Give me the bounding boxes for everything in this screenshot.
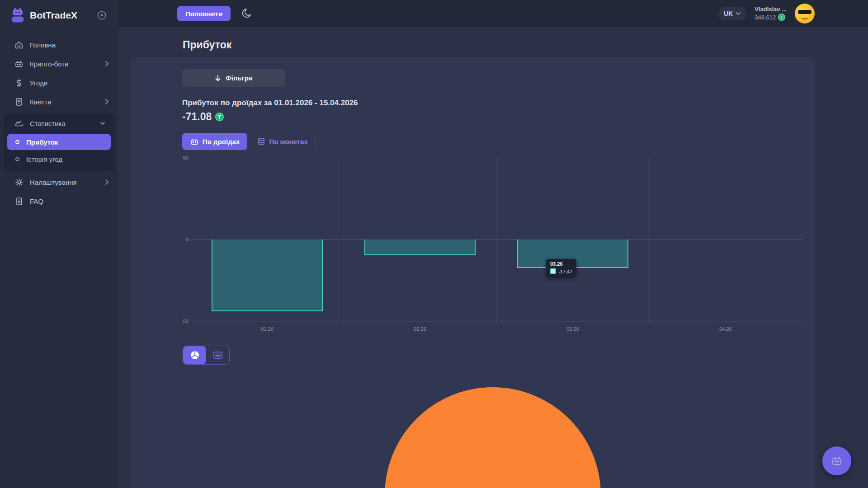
- view-toggle-pie-view[interactable]: [183, 346, 206, 364]
- sidebar-item-label: Квести: [30, 98, 105, 106]
- view-toggle: [183, 346, 230, 365]
- x-axis-label: 04.26: [698, 326, 753, 332]
- sidebar-item-label: Історія угод: [26, 155, 62, 163]
- balance-value: 348,612: [755, 14, 776, 21]
- axis-tick: [802, 321, 802, 324]
- main-content: Прибуток Фільтри Прибуток по дроїдах за …: [118, 27, 868, 488]
- language-selector[interactable]: UK: [718, 7, 746, 20]
- sidebar: BotTradeX ГоловнаКрипто-ботиУгодиКвестиС…: [0, 0, 118, 488]
- y-axis-label: 0: [167, 237, 189, 242]
- x-axis-label: 02.26: [393, 326, 447, 332]
- sidebar-item-label: Статистика: [30, 120, 100, 127]
- chevron-down-icon: [736, 12, 741, 15]
- logo[interactable]: BotTradeX: [0, 0, 118, 32]
- sidebar-item-label: Угоди: [30, 79, 109, 87]
- brand-name: BotTradeX: [30, 10, 95, 21]
- x-axis-label: 01.26: [240, 326, 294, 332]
- gridline-horizontal: [191, 321, 802, 322]
- file-icon: [14, 197, 24, 206]
- profit-card: Фільтри Прибуток по дроїдах за 01.01.202…: [131, 57, 815, 488]
- tooltip-value: -17,47: [558, 269, 572, 274]
- topup-button[interactable]: Поповнити: [177, 6, 231, 21]
- bullet-icon: [15, 140, 19, 144]
- sidebar-item-label: Крипто-боти: [30, 60, 105, 68]
- target-icon: [96, 10, 107, 21]
- chart-tooltip: 03.26-17,47: [546, 259, 576, 277]
- collapse-sidebar-button[interactable]: [95, 9, 108, 22]
- sidebar-item-label: FAQ: [30, 197, 109, 205]
- sidebar-item-statistics[interactable]: Статистика: [4, 114, 114, 133]
- sidebar-item-settings[interactable]: Налаштування: [0, 173, 118, 192]
- dollar-icon: [14, 79, 24, 87]
- tooltip-series-swatch: [550, 268, 556, 274]
- sidebar-item-deals[interactable]: Угоди: [0, 73, 118, 92]
- avatar-smile: [801, 16, 808, 19]
- bar-01.26[interactable]: [212, 239, 323, 311]
- chart-icon: [14, 119, 24, 127]
- dark-mode-toggle[interactable]: [241, 7, 255, 20]
- sidebar-item-home[interactable]: Головна: [0, 35, 118, 54]
- robot-logo-icon: [11, 8, 24, 23]
- language-label: UK: [724, 10, 733, 17]
- tooltip-row: -17,47: [550, 268, 572, 274]
- home-icon: [14, 41, 24, 49]
- scroll-icon: [14, 98, 24, 106]
- token-coin-icon: T: [778, 14, 785, 21]
- chevron-down-icon: [100, 122, 105, 125]
- pie-chart-icon: [190, 350, 200, 360]
- y-axis-label: -50: [167, 319, 189, 324]
- gridline-horizontal: [191, 158, 802, 158]
- chevron-right-icon: [105, 61, 109, 67]
- robot-icon: [831, 455, 843, 466]
- sidebar-group-statistics: СтатистикаПрибутокІсторія угод: [4, 113, 114, 171]
- chevron-right-icon: [105, 179, 109, 185]
- bar-02.26[interactable]: [364, 239, 476, 255]
- robot-icon: [14, 60, 24, 68]
- chevron-right-icon: [105, 99, 109, 105]
- view-toggle-list-view[interactable]: [206, 346, 229, 364]
- x-axis-label: 03.26: [546, 326, 600, 332]
- gridline-vertical: [802, 158, 802, 321]
- sidebar-item-quests[interactable]: Квести: [0, 92, 118, 111]
- sidebar-item-crypto-bots[interactable]: Крипто-боти: [0, 54, 118, 73]
- user-balance: 348,612 T: [755, 14, 787, 21]
- sidebar-item-label: Головна: [30, 41, 109, 49]
- app-root: Поповнити UK Vladislav ... 348,612 T: [0, 0, 868, 488]
- topbar: Поповнити UK Vladislav ... 348,612 T: [118, 0, 868, 27]
- avatar-sunglasses: [798, 10, 811, 14]
- sidebar-item-label: Налаштування: [30, 178, 105, 186]
- sidebar-item-label: Прибуток: [26, 138, 58, 146]
- sidebar-item-faq[interactable]: FAQ: [0, 192, 118, 211]
- user-name: Vladislav ...: [755, 6, 787, 13]
- moon-icon: [241, 8, 255, 19]
- y-axis-label: 50: [167, 155, 189, 160]
- tooltip-category: 03.26: [550, 261, 572, 267]
- list-chart-icon: [212, 351, 223, 360]
- gear-icon: [14, 178, 24, 187]
- page-title: Прибуток: [183, 39, 231, 51]
- sidebar-nav: ГоловнаКрипто-ботиУгодиКвестиСтатистикаП…: [0, 32, 118, 214]
- bullet-icon: [15, 157, 19, 161]
- topbar-right: UK Vladislav ... 348,612 T: [718, 0, 815, 27]
- sidebar-item-deal-history[interactable]: Історія угод: [7, 151, 111, 167]
- user-info[interactable]: Vladislav ... 348,612 T: [755, 6, 787, 21]
- bot-assistant-fab[interactable]: [822, 446, 851, 475]
- sidebar-item-profit[interactable]: Прибуток: [7, 134, 111, 150]
- avatar[interactable]: [795, 4, 815, 23]
